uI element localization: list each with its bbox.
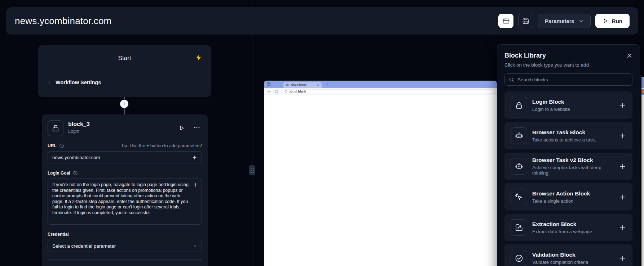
lock-icon — [511, 97, 527, 113]
start-block-card[interactable]: Start Workflow Settings — [38, 45, 211, 97]
block-title: Browser Action Block — [532, 190, 590, 197]
add-parameter-button[interactable] — [192, 155, 197, 160]
start-block-title: Start — [118, 55, 131, 62]
block-title: Extraction Block — [532, 221, 592, 227]
help-circle-icon[interactable] — [73, 171, 78, 176]
globe-icon — [286, 84, 289, 86]
address-scheme: about: — [289, 90, 298, 93]
url-input[interactable] — [52, 155, 192, 160]
search-input[interactable] — [517, 77, 628, 82]
browser-panel-toggle-button[interactable] — [498, 14, 513, 28]
login-block-actions — [178, 120, 202, 132]
add-block-node-button[interactable] — [120, 100, 128, 108]
block-text: Extraction Block Extract data from a web… — [532, 221, 592, 234]
chevron-right-icon — [47, 80, 52, 85]
top-bar-actions: Parameters Run — [498, 14, 630, 28]
window-icon — [266, 82, 271, 86]
parameters-label: Parameters — [545, 18, 574, 24]
browser-window-icon — [502, 17, 510, 25]
run-label: Run — [612, 18, 622, 24]
save-icon — [522, 17, 529, 24]
library-item-browser-task-v2-block[interactable]: Browser Task v2 Block Achieve complex ta… — [504, 153, 632, 180]
browser-toolbar: about: blank — [264, 88, 497, 95]
block-name: block_3 — [68, 121, 90, 127]
login-block-card[interactable]: block_3 Login URL Tip: Use the + button … — [42, 114, 208, 266]
library-item-extraction-block[interactable]: Extraction Block Extract data from a web… — [504, 214, 632, 241]
workflow-editor-screen: news.ycombinator.com Parameters — [0, 0, 644, 266]
lightning-icon — [195, 55, 202, 62]
tab-title: about:blank — [291, 83, 315, 87]
extract-icon — [511, 219, 527, 236]
chevron-up-down-icon — [193, 244, 197, 248]
block-title: Browser Task Block — [532, 129, 596, 136]
edge-page-content — [641, 88, 644, 266]
library-item-browser-action-block[interactable]: Browser Action Block Take a single actio… — [504, 183, 632, 211]
credential-field-row: Credential — [48, 232, 202, 237]
goal-field-row: Login Goal — [48, 171, 202, 176]
browser-page-content — [264, 95, 497, 266]
add-block-button[interactable] — [619, 254, 626, 262]
login-card-divider — [48, 259, 202, 260]
robot-icon — [511, 127, 527, 144]
block-library-panel: Block Library Click on the block type yo… — [497, 44, 640, 266]
workflow-settings-label: Workflow Settings — [56, 80, 101, 85]
credential-select-value: Select a credential parameter — [52, 243, 116, 249]
block-description: Take actions to achieve a task. — [532, 137, 596, 143]
login-goal-text: If you're not on the login page, navigat… — [52, 182, 189, 215]
url-input-wrapper — [48, 151, 202, 163]
run-button[interactable]: Run — [595, 14, 630, 28]
browser-tab: about:blank — [283, 82, 322, 88]
panel-splitter-line[interactable] — [252, 0, 252, 266]
check-circle-icon — [511, 250, 527, 266]
add-block-button[interactable] — [619, 132, 626, 140]
address-bar: about: blank — [282, 89, 494, 94]
splitter-drag-handle[interactable] — [249, 165, 255, 175]
top-bar: news.ycombinator.com Parameters — [6, 7, 638, 35]
add-block-button[interactable] — [619, 193, 626, 201]
block-library-title: Block Library — [504, 52, 546, 59]
block-description: Extract data from a webpage — [532, 229, 592, 234]
chevron-down-icon — [578, 18, 584, 24]
login-block-header: block_3 Login — [48, 120, 202, 136]
edge-tab-strip — [641, 77, 644, 88]
lock-icon — [48, 120, 63, 136]
browser-tab-strip: about:blank — [264, 81, 497, 88]
add-block-button[interactable] — [619, 102, 626, 109]
parameters-tip: Tip: Use the + button to add parameters! — [121, 143, 202, 148]
login-goal-textarea[interactable]: If you're not on the login page, navigat… — [48, 179, 202, 225]
credential-select[interactable]: Select a credential parameter — [48, 240, 202, 252]
library-item-browser-task-block[interactable]: Browser Task Block Take actions to achie… — [504, 122, 632, 149]
block-description: Take a single action — [532, 198, 590, 204]
workflow-settings-toggle[interactable]: Workflow Settings — [38, 71, 211, 94]
help-circle-icon[interactable] — [59, 143, 64, 148]
block-library-header: Block Library — [504, 52, 632, 59]
refresh-icon — [274, 90, 278, 94]
block-description: Validate completion criteria — [532, 260, 588, 265]
search-input-wrapper — [504, 73, 632, 86]
add-block-button[interactable] — [619, 163, 626, 170]
browser-preview[interactable]: about:blank about: blank — [264, 81, 497, 266]
block-text: Browser Action Block Take a single actio… — [532, 190, 590, 204]
block-menu-button[interactable] — [193, 124, 200, 132]
run-block-button[interactable] — [178, 125, 185, 131]
parameters-dropdown-button[interactable]: Parameters — [538, 14, 591, 28]
address-text: blank — [298, 90, 306, 93]
add-parameter-button[interactable] — [193, 182, 198, 188]
block-library-list: Login Block Login to a website Browser T… — [504, 91, 632, 266]
block-text: Browser Task v2 Block Achieve complex ta… — [532, 157, 619, 176]
new-tab-icon — [325, 82, 329, 86]
library-item-validation-block[interactable]: Validation Block Validate completion cri… — [504, 244, 632, 266]
save-button[interactable] — [518, 14, 533, 28]
block-library-subtitle: Click on the block type you want to add — [504, 62, 632, 68]
add-block-button[interactable] — [619, 224, 626, 231]
credential-label: Credential — [48, 232, 69, 237]
close-icon[interactable] — [626, 52, 632, 59]
block-text: Login Block Login to a website — [532, 99, 570, 112]
search-icon — [509, 77, 514, 82]
robot-icon — [511, 158, 527, 175]
block-text: Validation Block Validate completion cri… — [532, 252, 588, 265]
block-title: Validation Block — [532, 252, 588, 258]
block-type-label: Login — [68, 129, 90, 134]
cursor-click-icon — [511, 189, 527, 205]
library-item-login-block[interactable]: Login Block Login to a website — [504, 91, 632, 119]
